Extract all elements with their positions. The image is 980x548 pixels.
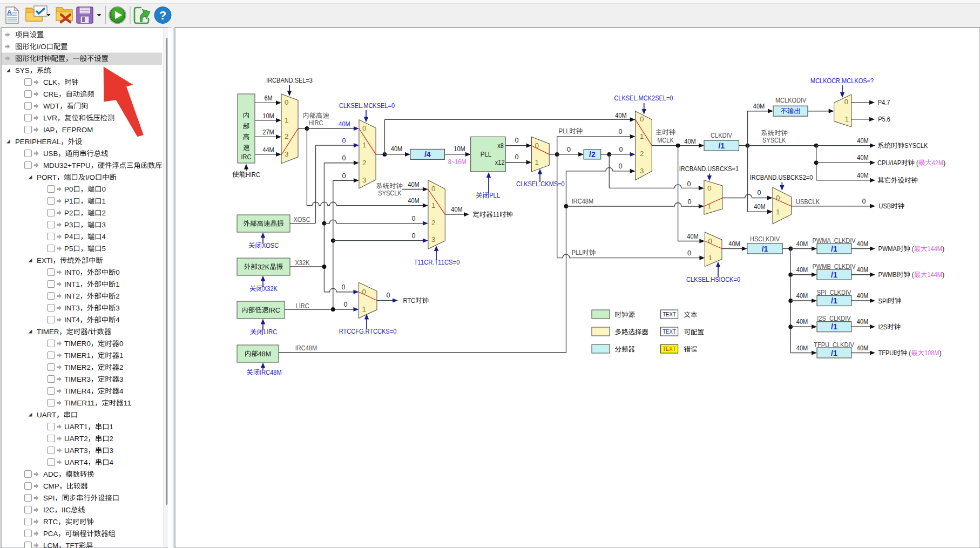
svg-text:I2C: I2C [43,506,55,514]
svg-text:0: 0 [619,128,623,136]
svg-text:1: 1 [431,201,435,209]
svg-text:/4: /4 [424,150,431,159]
svg-text:3: 3 [285,150,288,158]
svg-text:PLL: PLL [481,150,491,158]
svg-text:0: 0 [387,292,390,299]
svg-text:P5.6: P5.6 [878,116,890,123]
svg-text:1: 1 [102,197,106,205]
svg-text:1: 1 [776,208,780,216]
svg-text:0: 0 [619,163,623,170]
svg-text:0: 0 [412,232,416,240]
svg-text:2: 2 [116,292,119,300]
svg-text:40M: 40M [728,240,740,248]
svg-text:x8: x8 [497,142,504,150]
svg-text:0: 0 [844,98,848,106]
svg-text:32K: 32K [258,263,270,271]
svg-text:?: ? [159,9,166,22]
svg-text:TIMER11: TIMER11 [64,399,94,407]
svg-text:40M: 40M [796,318,808,326]
svg-text:RTCCFG.RTCCKS=0: RTCCFG.RTCCKS=0 [339,328,397,335]
svg-text:UART3: UART3 [64,446,88,455]
svg-text:144M: 144M [928,271,943,279]
svg-text:2: 2 [285,132,288,140]
svg-text:CRE: CRE [43,90,58,98]
svg-text:0: 0 [687,249,691,257]
svg-text:(: ( [910,245,914,253]
svg-text:P4.7: P4.7 [878,99,890,106]
svg-text:108M: 108M [924,349,940,357]
svg-text:0: 0 [431,185,435,193]
svg-text:CLKSEL.MCKSEL=0: CLKSEL.MCKSEL=0 [339,102,395,110]
svg-text:144M: 144M [928,245,943,253]
svg-text:/1: /1 [831,296,837,305]
svg-text:0: 0 [687,180,691,188]
svg-text:PERIPHERAL: PERIPHERAL [15,138,60,146]
svg-text:MCLK: MCLK [657,137,674,144]
svg-text:40M: 40M [753,103,765,110]
svg-text:0: 0 [619,146,623,153]
svg-text:MCLKOCR.MCLKOS=?: MCLKOCR.MCLKOS=? [810,77,874,85]
svg-text:40M: 40M [687,233,698,240]
svg-text:UART2: UART2 [64,435,88,443]
svg-text:HIRC: HIRC [246,171,260,179]
svg-text:3: 3 [362,176,366,184]
svg-text:HSCLKDIV: HSCLKDIV [750,235,780,243]
svg-text:1: 1 [362,305,366,313]
svg-text:2: 2 [362,159,366,167]
svg-text:PLL: PLL [559,127,570,135]
svg-text:TEXT: TEXT [663,346,676,352]
svg-text:2: 2 [119,363,123,371]
svg-text:TFPU: TFPU [878,349,894,357]
svg-text:XOSC: XOSC [293,216,310,224]
svg-text:5: 5 [102,245,106,253]
svg-text:0: 0 [412,215,416,222]
svg-text:T11CR.T11CS=0: T11CR.T11CS=0 [414,259,460,266]
svg-text:CLKSEL.MCK2SEL=0: CLKSEL.MCK2SEL=0 [614,94,673,102]
svg-text:INT0: INT0 [64,268,80,276]
svg-text:X32K: X32K [295,259,310,267]
svg-text:1: 1 [535,158,539,166]
svg-text:(: ( [915,159,918,167]
svg-text:/2: /2 [589,150,596,159]
svg-text:PLL: PLL [489,192,500,199]
svg-text:PWMA: PWMA [878,245,897,253]
svg-text:PWMB: PWMB [878,271,897,279]
svg-text:2: 2 [431,219,435,227]
svg-text:IRC: IRC [241,153,252,161]
svg-text:40M: 40M [391,145,402,153]
svg-text:40M: 40M [754,203,765,211]
svg-text:11: 11 [123,399,131,407]
svg-text:RTC: RTC [43,518,58,526]
svg-text:2: 2 [110,435,113,443]
svg-text:0: 0 [342,137,346,145]
svg-text:0: 0 [776,194,780,202]
svg-text:3: 3 [119,375,123,383]
svg-text:4: 4 [116,316,119,324]
svg-text:EEPROM: EEPROM [62,126,93,134]
svg-text:PWMB_CLKDIV: PWMB_CLKDIV [813,263,856,270]
svg-text:XOSC: XOSC [262,242,279,249]
svg-text:40M: 40M [796,292,808,300]
svg-text:EXTI: EXTI [37,256,53,265]
svg-text:HIRC: HIRC [309,119,323,127]
svg-text:SPI: SPI [43,494,55,502]
svg-text:TIMER2: TIMER2 [64,363,91,371]
svg-text:3: 3 [110,446,113,455]
svg-text:40M: 40M [339,120,350,128]
svg-text:0: 0 [342,283,346,291]
svg-text:TFT: TFT [65,542,78,548]
svg-text:/1: /1 [831,270,837,279]
svg-text:CMP: CMP [43,482,59,490]
svg-text:WDT: WDT [43,102,59,110]
svg-text:1: 1 [285,116,288,124]
svg-text:I/O: I/O [37,43,46,51]
svg-text:1: 1 [119,351,123,360]
svg-text:4: 4 [102,233,106,241]
svg-text:0: 0 [640,115,644,123]
svg-text:PCA: PCA [43,530,58,538]
svg-text:40M: 40M [857,172,868,179]
svg-text:1: 1 [707,202,711,210]
svg-text:I/O: I/O [85,173,95,181]
svg-text:0: 0 [116,268,119,276]
svg-text:TIMER3: TIMER3 [64,375,91,383]
